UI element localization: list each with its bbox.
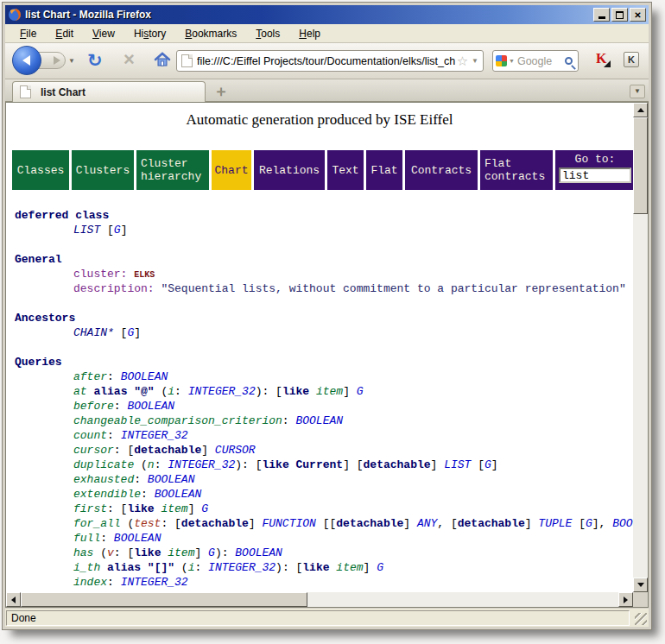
home-button[interactable] [154,51,171,68]
tab-label: list Chart [41,86,86,98]
vertical-scroll-thumb[interactable] [633,117,648,214]
class-link[interactable]: G [201,502,208,515]
class-link[interactable]: INTEGER_32 [121,429,188,442]
code-line: has (v: [like item] G): BOOLEAN [15,546,633,560]
scroll-up-button[interactable] [633,103,648,117]
class-link[interactable]: G [484,458,491,471]
class-link[interactable]: CURSOR [215,444,256,457]
horizontal-scroll-thumb[interactable] [21,592,307,607]
code-token: first [73,502,107,515]
reload-button[interactable]: ↻ [87,48,103,73]
class-link[interactable]: BOOLEAN [114,532,162,545]
nav-button-flat-contracts[interactable]: Flat contracts [480,150,553,190]
menu-help[interactable]: Help [291,26,328,41]
stop-button[interactable]: × [124,47,135,72]
nav-button-chart[interactable]: Chart [212,150,251,190]
tab-list-chart[interactable]: list Chart [12,81,206,102]
resize-grip-icon[interactable] [635,613,647,625]
address-bar[interactable]: file:///C:/Eiffel Projects/tour/Document… [176,50,484,72]
close-button[interactable]: ✕ [630,8,646,22]
menu-edit[interactable]: Edit [48,26,81,41]
back-button[interactable] [12,46,41,75]
code-line: exhausted: BOOLEAN [15,472,633,487]
code-token: : [100,532,114,545]
menu-view[interactable]: View [85,26,123,41]
google-logo-icon [496,55,507,66]
class-link[interactable]: INTEGER_32 [168,458,235,471]
code-token: ] [121,224,128,237]
nav-toolbar: ▼ ↻ × file:///C:/Eiffel Projects/tour/Do… [5,43,649,79]
class-link[interactable]: INTEGER_32 [208,561,276,574]
search-box[interactable]: ▼ Google [492,50,579,72]
goto-label: Go to: [559,153,631,166]
class-link[interactable]: G [114,224,121,237]
tab-list-dropdown-icon[interactable]: ▼ [630,85,645,98]
nav-button-clusters[interactable]: Clusters [72,150,134,190]
maximize-button[interactable] [611,8,628,22]
vertical-scrollbar[interactable] [633,103,648,592]
nav-button-cluster-hierarchy[interactable]: Cluster hierarchy [136,150,209,190]
scroll-left-button[interactable] [6,592,21,607]
bookmark-star-icon[interactable]: ☆ [457,54,468,69]
search-input[interactable]: Google [517,55,565,67]
up-arrow-icon [637,108,644,112]
nav-button-contracts[interactable]: Contracts [405,150,478,190]
nav-button-flat[interactable]: Flat [366,150,402,190]
class-link[interactable]: BOOLEAN [127,400,174,413]
tab-bar: list Chart ✛ ▼ [5,79,649,102]
class-link[interactable]: BOOLEAN [235,546,282,559]
url-dropdown-icon[interactable]: ▼ [472,57,478,65]
code-token: : [ [114,546,134,559]
code-token: alias "[]" [107,561,174,574]
class-link[interactable]: G [208,546,215,559]
code-token: : [282,414,296,427]
class-link[interactable]: FUNCTION [262,517,315,530]
code-token: like [127,502,154,515]
class-link[interactable]: ANY [417,517,437,530]
menu-bookmarks[interactable]: Bookmarks [177,26,244,41]
menu-file[interactable]: File [12,26,44,41]
menu-tools[interactable]: Tools [248,26,288,41]
code-token: [ [114,326,128,339]
nav-button-text[interactable]: Text [327,150,364,190]
class-link[interactable]: LIST [444,458,471,471]
menu-history[interactable]: History [126,26,174,41]
class-link[interactable]: INTEGER_32 [188,385,256,398]
scroll-right-button[interactable] [618,592,633,607]
minimize-button[interactable] [593,8,610,22]
class-link[interactable]: BOOLEAN [148,473,195,486]
class-link[interactable]: G [377,561,383,574]
nav-button-relations[interactable]: Relations [254,150,325,190]
code-token: ] [ [343,458,363,471]
class-link[interactable]: BOOLEAN [612,517,633,530]
history-dropdown-icon[interactable]: ▼ [68,57,75,65]
class-link[interactable]: BOOLEAN [295,414,343,427]
class-link[interactable]: G [357,385,364,398]
scroll-down-button[interactable] [633,578,648,592]
code-line: LIST [G] [15,223,633,237]
firefox-icon [8,8,22,22]
code-token: after [73,370,107,383]
new-tab-button[interactable]: ✛ [211,85,231,100]
url-text[interactable]: file:///C:/Eiffel Projects/tour/Document… [197,55,455,67]
kaspersky-icon[interactable]: K [596,51,613,68]
code-token: detachable [181,517,249,530]
class-link[interactable]: TUPLE [538,517,572,530]
goto-input[interactable] [559,167,631,183]
horizontal-scrollbar[interactable] [6,592,633,607]
class-link[interactable]: BOOLEAN [155,488,202,501]
code-token: ] [403,517,417,530]
code-token: item [161,502,187,515]
nav-button-classes[interactable]: Classes [12,150,69,190]
search-engine-dropdown-icon[interactable]: ▼ [509,58,515,64]
code-token: ELKS [134,270,155,280]
code-token: ] [188,502,202,515]
class-link[interactable]: G [586,517,592,530]
page-title: Automatic generation produced by ISE Eif… [6,111,633,129]
class-link[interactable]: BOOLEAN [121,370,168,383]
code-line: before: BOOLEAN [15,399,633,414]
code-token: ( [134,458,148,471]
search-icon[interactable] [565,57,573,65]
k-toolbar-button[interactable]: K [624,52,639,67]
class-link[interactable]: INTEGER_32 [121,576,188,589]
